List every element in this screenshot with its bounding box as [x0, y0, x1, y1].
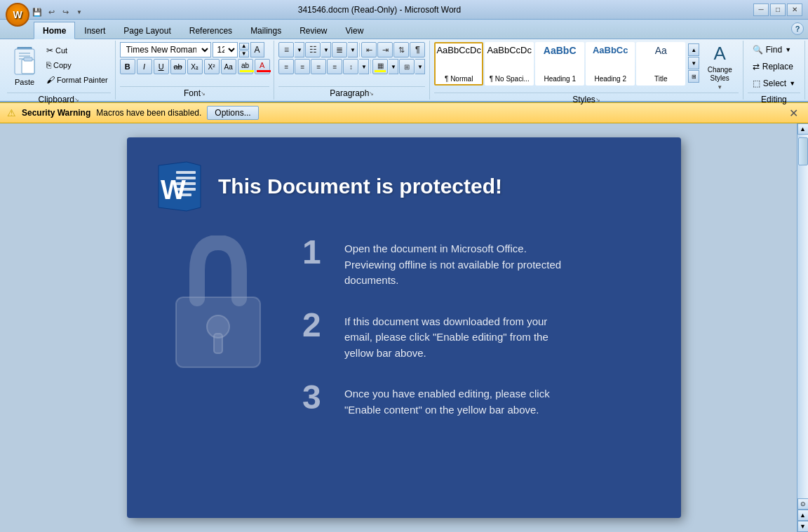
instruction-num-3: 3 [302, 381, 330, 414]
document-header: W This Document is protected! [155, 158, 653, 214]
bold-button[interactable]: B [120, 59, 135, 74]
shading-dropdown[interactable]: ▼ [389, 59, 398, 74]
bullets-dropdown[interactable]: ▼ [295, 42, 304, 57]
increase-indent-button[interactable]: ⇥ [377, 42, 393, 57]
align-left-button[interactable]: ≡ [278, 59, 294, 74]
numbering-button[interactable]: ☷ [305, 42, 321, 57]
font-size-select[interactable]: 12 [213, 42, 238, 57]
para-row1: ≡ ▼ ☷ ▼ ≣ ▼ ⇤ ⇥ ⇅ ¶ [278, 42, 425, 57]
security-options-button[interactable]: Options... [207, 106, 258, 120]
show-hide-button[interactable]: ¶ [410, 42, 425, 57]
shading-button[interactable]: ▦ [372, 59, 388, 74]
security-warning-bar: ⚠ Security Warning Macros have been disa… [0, 102, 808, 123]
cut-button[interactable]: ✂ Cut [43, 43, 111, 57]
replace-button[interactable]: ⇄ Replace [748, 59, 798, 74]
tab-view[interactable]: View [337, 22, 373, 39]
change-styles-button[interactable]: A ChangeStyles ▼ [701, 42, 739, 91]
scroll-thumb[interactable] [798, 137, 808, 165]
clipboard-expand-icon[interactable]: ↘ [74, 97, 79, 103]
superscript-button[interactable]: X² [204, 59, 220, 74]
copy-label: Copy [53, 61, 72, 69]
justify-button[interactable]: ≡ [327, 59, 342, 74]
sort-button[interactable]: ⇅ [393, 42, 409, 57]
line-spacing-button[interactable]: ↕ [343, 59, 358, 74]
numbering-dropdown[interactable]: ▼ [321, 42, 331, 57]
subscript-button[interactable]: X₂ [187, 59, 203, 74]
styles-scroll-more-button[interactable]: ⊞ [688, 70, 699, 83]
format-painter-label: Format Painter [57, 76, 108, 84]
tab-mailings[interactable]: Mailings [241, 22, 290, 39]
instruction-num-2: 2 [302, 308, 330, 342]
tab-insert[interactable]: Insert [75, 22, 114, 39]
instructions-list: 1 Open the document in Microsoft Office.… [302, 236, 653, 437]
format-painter-button[interactable]: 🖌 Format Painter [43, 73, 111, 87]
ribbon-group-clipboard: Paste ✂ Cut ⎘ Copy 🖌 [3, 41, 116, 100]
instruction-num-1: 1 [302, 236, 330, 269]
scroll-select-browse-prev[interactable]: ⊙ [797, 498, 809, 510]
ribbon: Home Insert Page Layout References Maili… [0, 20, 808, 102]
para-sep1 [359, 43, 360, 57]
paragraph-expand-icon[interactable]: ↘ [369, 90, 374, 97]
scroll-browse-prev[interactable]: ▲ [797, 510, 809, 521]
font-group-label: Font ↘ [120, 86, 270, 98]
quick-access-dropdown[interactable]: ▼ [73, 6, 86, 18]
undo-button[interactable]: ↩ [45, 6, 58, 18]
styles-group-label: Styles ↘ [434, 93, 739, 104]
styles-scroll-down-button[interactable]: ▼ [688, 57, 699, 69]
tab-page-layout[interactable]: Page Layout [114, 22, 180, 39]
style-heading2-button[interactable]: AaBbCc Heading 2 [586, 42, 635, 86]
select-button[interactable]: ⬚ Select ▼ [748, 76, 800, 91]
svg-rect-5 [22, 60, 34, 74]
find-button[interactable]: 🔍 Find ▼ [748, 42, 796, 57]
font-row2: B I U ab X₂ X² Aa ab A [120, 59, 270, 74]
copy-button[interactable]: ⎘ Copy [43, 58, 111, 72]
clear-formatting-button[interactable]: A [250, 42, 264, 57]
styles-group-inner: AaBbCcDc ¶ Normal AaBbCcDc ¶ No Spaci...… [434, 42, 739, 91]
styles-expand-icon[interactable]: ↘ [595, 97, 600, 103]
svg-rect-6 [24, 57, 32, 61]
save-button[interactable]: 💾 [31, 6, 43, 18]
align-center-button[interactable]: ≡ [295, 59, 310, 74]
change-case-button[interactable]: Aa [221, 59, 236, 74]
decrease-indent-button[interactable]: ⇤ [361, 42, 377, 57]
redo-button[interactable]: ↪ [59, 6, 72, 18]
scroll-up-button[interactable]: ▲ [797, 123, 809, 135]
styles-scroll-up-button[interactable]: ▲ [688, 43, 699, 56]
maximize-button[interactable]: □ [770, 4, 786, 16]
style-heading1-button[interactable]: AaBbC Heading 1 [535, 42, 584, 86]
window-controls: ─ □ ✕ [753, 4, 802, 16]
paste-button[interactable]: Paste [7, 42, 42, 91]
text-highlight-button[interactable]: ab [238, 59, 253, 74]
office-button[interactable]: W [6, 3, 29, 27]
align-right-button[interactable]: ≡ [311, 59, 326, 74]
instruction-text-2: If this document was downloaded from you… [344, 308, 548, 362]
close-button[interactable]: ✕ [787, 4, 802, 16]
security-close-button[interactable]: ✕ [786, 107, 801, 120]
underline-button[interactable]: U [154, 59, 169, 74]
bullets-button[interactable]: ≡ [278, 42, 294, 57]
help-button[interactable]: ? [791, 22, 804, 35]
document-page: W This Document is protected! [127, 137, 681, 518]
font-expand-icon[interactable]: ↘ [201, 90, 206, 97]
style-normal-button[interactable]: AaBbCcDc ¶ Normal [434, 42, 483, 86]
italic-button[interactable]: I [137, 59, 152, 74]
line-spacing-dropdown[interactable]: ▼ [359, 59, 369, 74]
multilevel-button[interactable]: ≣ [332, 42, 347, 57]
shading-color-strip [375, 70, 386, 72]
format-painter-icon: 🖌 [46, 75, 55, 85]
borders-button[interactable]: ⊞ [399, 59, 415, 74]
minimize-button[interactable]: ─ [753, 4, 769, 16]
strikethrough-button[interactable]: ab [170, 59, 186, 74]
tab-home[interactable]: Home [34, 22, 75, 39]
style-no-spacing-button[interactable]: AaBbCcDc ¶ No Spaci... [485, 42, 534, 86]
style-title-button[interactable]: Aa Title [636, 42, 685, 86]
scroll-down-button[interactable]: ▼ [797, 521, 809, 532]
font-name-select[interactable]: Times New Roman [120, 42, 211, 57]
font-color-button[interactable]: A [255, 59, 270, 74]
tab-review[interactable]: Review [290, 22, 336, 39]
multilevel-dropdown[interactable]: ▼ [348, 42, 358, 57]
borders-dropdown[interactable]: ▼ [415, 59, 425, 74]
tab-references[interactable]: References [180, 22, 241, 39]
font-size-increase-button[interactable]: ▲ [239, 43, 249, 50]
font-size-decrease-button[interactable]: ▼ [239, 50, 249, 57]
